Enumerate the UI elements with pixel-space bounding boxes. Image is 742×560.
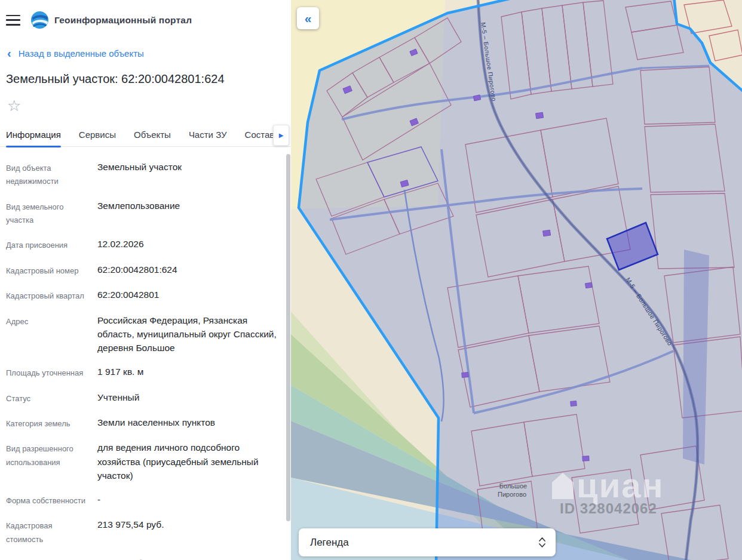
legend-bar[interactable]: Легенда xyxy=(299,528,556,556)
map-view[interactable]: М-5 – Большое Пирогово М-5 – Большое Пир… xyxy=(291,0,742,560)
portal-logo-icon xyxy=(30,11,49,29)
tab-parcel-parts[interactable]: Части ЗУ xyxy=(189,123,227,147)
portal-title: Геоинформационный портал xyxy=(54,15,192,26)
panel-scrollbar[interactable] xyxy=(286,154,290,521)
tab-services[interactable]: Сервисы xyxy=(79,123,116,147)
info-row-unit-indicator: Удельный показатель 111,62 руб./кв. м xyxy=(6,556,281,560)
collapse-chevrons-icon: « xyxy=(305,11,312,26)
page-title: Земельный участок: 62:20:0042801:624 xyxy=(6,72,284,86)
tab-objects[interactable]: Объекты xyxy=(134,123,171,147)
info-row-cadastral-quarter: Кадастровый квартал 62:20:0042801 xyxy=(6,288,281,303)
info-row-address: Адрес Российская Федерация, Рязанская об… xyxy=(6,313,281,355)
info-row-land-category: Категория земель Земли населенных пункто… xyxy=(6,416,281,430)
hamburger-menu-icon[interactable] xyxy=(6,15,20,26)
watermark-text: циан xyxy=(577,466,664,504)
object-info-panel: Геоинформационный портал ‹ Назад в выдел… xyxy=(0,0,291,560)
info-row-cadastral-number: Кадастровый номер 62:20:0042801:624 xyxy=(6,263,281,278)
legend-label: Легенда xyxy=(310,537,349,549)
back-link[interactable]: ‹ Назад в выделенные объекты xyxy=(7,47,291,59)
back-link-label: Назад в выделенные объекты xyxy=(19,48,144,59)
svg-text:Большое: Большое xyxy=(499,482,527,490)
info-row-cadastral-value: Кадастровая стоимость 213 975,54 руб. xyxy=(6,518,281,546)
info-row-permitted-use: Вид разрешенного использования для веден… xyxy=(6,441,281,482)
tab-bar: Информация Сервисы Объекты Части ЗУ Сост… xyxy=(0,123,291,147)
info-row-assign-date: Дата присвоения 12.02.2026 xyxy=(6,237,281,252)
favorite-star-icon[interactable]: ☆ xyxy=(7,98,24,113)
svg-text:Пирогово: Пирогово xyxy=(498,491,526,498)
info-row-status: Статус Учтенный xyxy=(6,390,281,405)
tab-composition[interactable]: Состав xyxy=(245,123,275,147)
back-chevron-icon: ‹ xyxy=(7,47,11,59)
tab-information[interactable]: Информация xyxy=(6,123,61,147)
legend-sort-icon xyxy=(538,536,546,549)
tabs-more-button[interactable]: ▶ xyxy=(273,125,289,146)
cadastral-map[interactable]: М-5 – Большое Пирогово М-5 – Большое Пир… xyxy=(291,0,742,560)
portal-header: Геоинформационный портал xyxy=(0,0,291,29)
map-collapse-button[interactable]: « xyxy=(297,7,319,29)
watermark-id: ID 328042062 xyxy=(560,500,657,516)
info-row-ownership-form: Форма собственности - xyxy=(6,493,281,507)
tabs-more-arrow-icon: ▶ xyxy=(279,132,284,139)
info-row-object-kind: Вид объекта недвижимости Земельный участ… xyxy=(6,160,281,189)
info-list: Вид объекта недвижимости Земельный участ… xyxy=(0,147,291,560)
info-row-area: Площадь уточненная 1 917 кв. м xyxy=(6,365,281,380)
info-row-parcel-kind: Вид земельного участка Землепользование xyxy=(6,199,281,227)
